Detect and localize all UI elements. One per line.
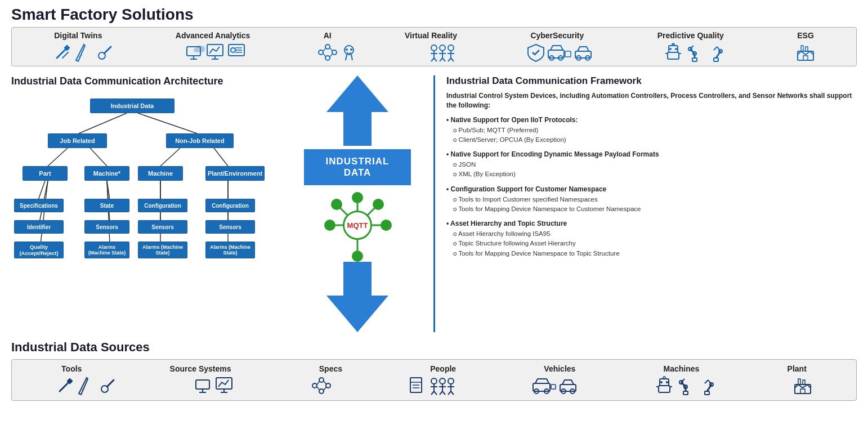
framework-item-0: • Native Support for Open IIoT Protocols… xyxy=(446,116,857,145)
svg-point-124 xyxy=(431,378,437,384)
svg-line-87 xyxy=(107,181,110,244)
svg-point-60 xyxy=(675,48,677,50)
arrow-down-body xyxy=(343,262,372,296)
icon-group-predictive-quality xyxy=(663,42,726,62)
brain-ai-icon xyxy=(339,42,359,62)
svg-point-31 xyxy=(431,45,437,51)
svg-rect-46 xyxy=(548,50,564,58)
svg-rect-148 xyxy=(659,386,670,392)
arrow-up-body xyxy=(343,112,372,146)
node-job-related: Job Related xyxy=(48,133,107,148)
arm-robot-icon xyxy=(684,42,705,62)
svg-line-137 xyxy=(448,391,451,395)
svg-line-117 xyxy=(317,387,320,390)
label-source-systems: Source Systems xyxy=(170,364,231,373)
svg-point-59 xyxy=(669,48,672,50)
svg-line-119 xyxy=(324,387,326,390)
arrow-down xyxy=(326,262,388,332)
framework-intro: Industrial Control System Devices, inclu… xyxy=(446,91,857,110)
framework-subitem-2-1: o Tools for Mapping Device Namespace to … xyxy=(453,204,857,214)
svg-line-105 xyxy=(107,380,114,387)
framework-item-title-2: • Configuration Support for Customer Nam… xyxy=(446,185,857,193)
label-cybersecurity: CyberSecurity xyxy=(530,31,584,40)
shield-icon xyxy=(526,42,546,62)
node-sensors-machine: Sensors xyxy=(138,220,187,234)
framework-item-1: • Native Support for Encoding Dynamic Me… xyxy=(446,150,857,180)
bottom-icon-tools xyxy=(55,376,118,396)
data-sources-title: Industrial Data Sources xyxy=(11,340,857,355)
bottom-book-icon xyxy=(407,376,427,396)
svg-line-132 xyxy=(440,391,442,395)
framework-subitem-3-0: o Asset Hierarchy following ISA95 xyxy=(453,229,857,239)
bottom-hammer-icon xyxy=(55,376,75,396)
bottom-icon-machines xyxy=(654,376,717,396)
label-ai: AI xyxy=(324,31,332,40)
label-specs: Specs xyxy=(319,364,342,373)
label-esg: ESG xyxy=(797,31,814,40)
svg-point-147 xyxy=(663,377,665,379)
svg-point-36 xyxy=(440,45,445,51)
label-people: People xyxy=(430,364,456,373)
svg-marker-3 xyxy=(76,44,85,61)
factory-icon xyxy=(795,42,816,62)
svg-line-25 xyxy=(330,53,333,57)
mqtt-node-topright xyxy=(373,199,384,210)
svg-rect-139 xyxy=(533,383,550,391)
node-sensors-job: Sensors xyxy=(84,220,129,234)
svg-line-163 xyxy=(705,380,708,383)
icon-group-advanced-analytics xyxy=(185,42,248,62)
bottom-icon-source-systems xyxy=(194,376,235,396)
label-machines: Machines xyxy=(664,364,700,373)
label-plant: Plant xyxy=(788,364,807,373)
bottom-car-icon xyxy=(558,376,578,396)
svg-rect-56 xyxy=(668,52,679,59)
mqtt-node-topleft xyxy=(331,199,342,210)
svg-rect-50 xyxy=(575,51,591,58)
page: Smart Factory Solutions Digital Twins Ad… xyxy=(0,0,868,406)
arrow-up xyxy=(326,75,388,146)
center-section: INDUSTRIAL DATA xyxy=(293,75,422,332)
node-alarms-machine: Alarms (Machine State) xyxy=(138,242,187,258)
bottom-section: Industrial Data Sources Tools Source Sys… xyxy=(11,340,857,401)
bottom-labels: Tools Source Systems Specs People Vehicl… xyxy=(17,364,851,373)
flow-icon xyxy=(317,42,338,62)
svg-rect-167 xyxy=(800,389,805,394)
bottom-icons xyxy=(17,376,851,396)
node-config-plant: Configuration xyxy=(205,199,255,212)
node-state: State xyxy=(84,199,129,212)
framework-subitem-2-0: o Tools to Import Customer specified Nam… xyxy=(453,195,857,204)
framework-section: Industrial Data Communication Framework … xyxy=(433,75,857,332)
industrial-data-box: INDUSTRIAL DATA xyxy=(304,149,411,185)
label-tools: Tools xyxy=(61,364,82,373)
svg-rect-159 xyxy=(705,391,709,395)
svg-line-133 xyxy=(442,391,445,395)
svg-line-76 xyxy=(79,113,127,133)
svg-line-77 xyxy=(138,113,197,133)
svg-rect-142 xyxy=(551,385,556,389)
svg-line-118 xyxy=(324,381,326,385)
svg-line-23 xyxy=(323,53,326,57)
node-alarms-job: Alarms (Machine State) xyxy=(84,242,129,258)
node-identifier: Identifier xyxy=(14,220,64,234)
svg-rect-74 xyxy=(806,47,808,51)
svg-line-44 xyxy=(448,58,451,61)
framework-subitem-1-1: o XML (By Exception) xyxy=(453,169,857,179)
bottom-icon-vehicles xyxy=(532,376,578,396)
svg-line-81 xyxy=(214,148,228,166)
svg-line-34 xyxy=(431,58,434,61)
svg-line-116 xyxy=(317,381,320,385)
bottom-factory-icon xyxy=(793,376,813,396)
bottom-van-icon xyxy=(532,376,557,396)
svg-line-71 xyxy=(714,47,717,50)
bottom-arm-icon xyxy=(675,376,696,396)
svg-line-63 xyxy=(690,49,695,53)
svg-rect-153 xyxy=(683,391,688,395)
framework-subitem-0-0: o Pub/Sub; MQTT (Preferred) xyxy=(453,126,857,135)
arch-title: Industrial Data Communication Architectu… xyxy=(11,75,287,87)
bottom-icon-specs xyxy=(311,376,332,396)
analytics-icon xyxy=(227,42,248,62)
svg-line-6 xyxy=(104,47,111,53)
svg-rect-61 xyxy=(692,58,697,61)
car-icon xyxy=(573,42,593,62)
svg-rect-165 xyxy=(798,379,800,385)
